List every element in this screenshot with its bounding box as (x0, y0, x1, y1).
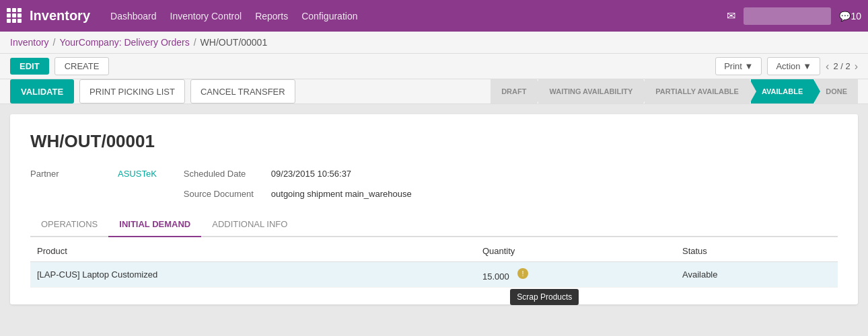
scrap-tooltip: Scrap Products (510, 289, 579, 305)
tab-additional-info[interactable]: ADDITIONAL INFO (201, 212, 298, 237)
breadcrumb-root[interactable]: Inventory (10, 37, 49, 48)
print-picking-button[interactable]: PRINT PICKING LIST (79, 79, 185, 103)
tab-operations[interactable]: OPERATIONS (30, 212, 108, 237)
print-button[interactable]: Print ▼ (715, 57, 762, 75)
search-input[interactable] (744, 7, 831, 25)
breadcrumb-sep-2: / (194, 37, 196, 48)
edit-button[interactable]: EDIT (10, 58, 49, 75)
grid-icon[interactable] (7, 8, 23, 24)
workflow-bar: VALIDATE PRINT PICKING LIST CANCEL TRANS… (0, 79, 868, 104)
cell-quantity: 15.000 ! Scrap Products (476, 262, 676, 288)
scrap-icon[interactable]: ! (517, 267, 529, 280)
col-product: Product (30, 241, 476, 262)
action-bar: EDIT CREATE Print ▼ Action ▼ ‹ 2 / 2 › (0, 54, 868, 79)
app-brand: Inventory (30, 8, 90, 24)
source-doc-label: Source Document (184, 189, 264, 199)
right-fields: Scheduled Date 09/23/2015 10:56:37 Sourc… (184, 169, 412, 199)
main-content: WH/OUT/00001 Partner ASUSTeK Scheduled D… (0, 104, 868, 314)
svg-text:!: ! (522, 269, 524, 278)
partner-value: ASUSTeK (118, 169, 157, 179)
top-nav-right: ✉ 💬10 (727, 7, 861, 25)
col-quantity: Quantity (476, 241, 676, 262)
breadcrumb-middle[interactable]: YourCompany: Delivery Orders (59, 37, 189, 48)
scheduled-date-label: Scheduled Date (184, 169, 264, 179)
breadcrumb: Inventory / YourCompany: Delivery Orders… (0, 32, 868, 54)
tabs: OPERATIONS INITIAL DEMAND ADDITIONAL INF… (30, 212, 838, 237)
scheduled-date-row: Scheduled Date 09/23/2015 10:56:37 (184, 169, 351, 179)
top-nav: Inventory Dashboard Inventory Control Re… (0, 0, 868, 32)
step-draft: DRAFT (491, 79, 537, 103)
form-card: WH/OUT/00001 Partner ASUSTeK Scheduled D… (10, 114, 858, 304)
cell-product: [LAP-CUS] Laptop Customized (30, 262, 476, 288)
form-title: WH/OUT/00001 (30, 131, 838, 152)
col-status: Status (676, 241, 838, 262)
top-nav-links: Dashboard Inventory Control Reports Conf… (110, 11, 727, 22)
source-doc-value: outgoing shipment main_warehouse (271, 189, 412, 199)
left-fields: Partner ASUSTeK (30, 169, 157, 199)
step-available: AVAILABLE (751, 79, 813, 103)
nav-configuration[interactable]: Configuration (301, 11, 357, 22)
nav-dashboard[interactable]: Dashboard (110, 11, 157, 22)
step-partially-available: PARTIALLY AVAILABLE (645, 79, 750, 103)
breadcrumb-sep-1: / (53, 37, 56, 48)
data-table: Product Quantity Status [LAP-CUS] Laptop… (30, 241, 838, 288)
create-button[interactable]: CREATE (55, 57, 110, 75)
form-fields: Partner ASUSTeK Scheduled Date 09/23/201… (30, 169, 838, 199)
step-waiting: WAITING AVAILABILITY (538, 79, 643, 103)
validate-button[interactable]: VALIDATE (10, 79, 74, 103)
tab-initial-demand[interactable]: INITIAL DEMAND (108, 212, 201, 237)
action-button[interactable]: Action ▼ (767, 57, 820, 75)
source-doc-row: Source Document outgoing shipment main_w… (184, 189, 412, 199)
cell-status: Available (676, 262, 838, 288)
partner-row: Partner ASUSTeK (30, 169, 157, 179)
pager-label: 2 / 2 (833, 61, 850, 71)
mail-icon[interactable]: ✉ (727, 9, 735, 22)
chat-icon[interactable]: 💬10 (839, 11, 861, 22)
prev-page-button[interactable]: ‹ (826, 60, 829, 73)
breadcrumb-current: WH/OUT/00001 (201, 37, 268, 48)
next-page-button[interactable]: › (855, 60, 858, 73)
step-done: DONE (815, 79, 858, 103)
workflow-steps: DRAFT WAITING AVAILABILITY PARTIALLY AVA… (295, 79, 858, 103)
cancel-transfer-button[interactable]: CANCEL TRANSFER (190, 79, 295, 103)
table-row: [LAP-CUS] Laptop Customized 15.000 ! (30, 262, 838, 288)
scrap-svg: ! (517, 267, 529, 280)
scheduled-date-value: 09/23/2015 10:56:37 (271, 169, 351, 179)
pager: ‹ 2 / 2 › (826, 60, 858, 73)
nav-inventory-control[interactable]: Inventory Control (170, 11, 242, 22)
partner-label: Partner (30, 169, 111, 179)
nav-reports[interactable]: Reports (255, 11, 288, 22)
table-header-row: Product Quantity Status (30, 241, 838, 262)
